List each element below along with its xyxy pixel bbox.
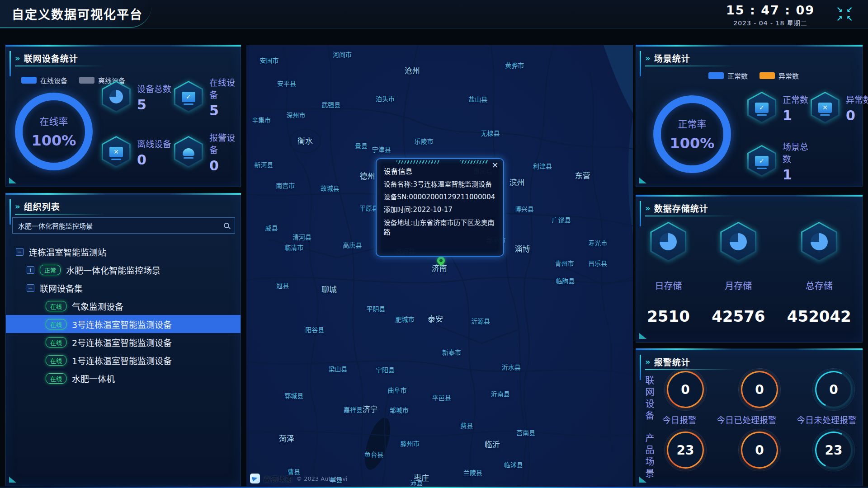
legend-color-chip [708, 72, 724, 79]
alarm-row-scenes: 23 0 23 [662, 432, 857, 469]
title-underline [645, 216, 736, 216]
panel-title: » 场景统计 [636, 46, 862, 64]
storage-columns: 日存储 2510 月存储 42576 总存储 452042 [636, 222, 862, 325]
tree-expander-icon[interactable]: + [27, 266, 34, 274]
tree-row[interactable]: 在线 3号连栋温室智能监测设备 [6, 315, 241, 333]
chevrons-icon: » [645, 357, 651, 366]
org-tree: − 连栋温室智能监测站 + 正常 水肥一体化智能监控场景 − 联网设备集 在线 … [6, 243, 241, 387]
legend-color-chip [79, 77, 94, 84]
org-search-box [12, 217, 235, 234]
alarm-value: 0 [681, 382, 689, 397]
top-header: 自定义数据可视化平台 系统总览 数据监控 官网 [0, 0, 868, 29]
stat-glyph-icon [818, 103, 832, 113]
alarm-column-label: 今日未处理报警 [797, 413, 857, 426]
status-badge: 在线 [46, 355, 66, 366]
stat-glyph-icon [755, 103, 769, 113]
clock-date: 2023 - 04 - 18 星期二 [726, 18, 815, 27]
search-icon[interactable] [224, 223, 229, 228]
stat-hexagon-icon [102, 136, 131, 168]
stat-item: 设备总数 5 [102, 69, 174, 124]
fullscreen-toggle-icon[interactable]: ↘↙↗↖ [835, 5, 854, 23]
stat-hexagon-icon [811, 92, 840, 123]
gauge-value: 100% [670, 135, 715, 152]
legend-item: 在线设备 [21, 75, 67, 85]
tree-row[interactable]: 在线 水肥一体机 [6, 369, 241, 387]
alarm-row-label-scenes: 产品场景 [645, 433, 656, 480]
app-logo: 自定义数据可视化平台 [0, 0, 151, 28]
alarm-gauge: 0 [667, 371, 704, 408]
nav-tab-label: 数据监控 [169, 8, 203, 20]
alarm-value: 0 [829, 382, 838, 397]
stat-label: 离线设备 [137, 137, 171, 150]
alarm-value: 23 [677, 443, 694, 458]
device-stat-grid: 设备总数 5 在线设备 5 离线设备 0 [102, 69, 242, 179]
tree-item-label: 3号连栋温室智能监测设备 [72, 318, 172, 330]
amap-brand: 高德地图 [264, 474, 292, 483]
clock-time: 15 : 47 : 09 [726, 3, 815, 17]
storage-label: 月存储 [725, 279, 752, 292]
main-nav: 系统总览 数据监控 官网 体验平台 [160, 4, 189, 24]
title-underline [15, 214, 105, 215]
fullscreen-arrow-glyph: ↙ [844, 5, 854, 14]
tree-item-label: 水肥一体化智能监控场景 [66, 264, 160, 276]
alarm-stats-panel: » 报警统计 联网设备 产品场景 0 0 0 今日报警今日已处理报警今日未处理报… [636, 349, 863, 486]
tree-item-label: 联网设备集 [40, 282, 83, 294]
panel-title: » 组织列表 [6, 194, 241, 212]
stat-hexagon-icon [174, 136, 203, 168]
stat-glyph-icon [755, 156, 769, 166]
chevrons-icon: » [645, 203, 651, 213]
tree-row[interactable]: + 正常 水肥一体化智能监控场景 [6, 261, 241, 279]
gauge-label: 正常率 [678, 117, 707, 130]
title-underline [15, 66, 105, 66]
storage-column: 日存储 2510 [647, 222, 690, 325]
legend-label: 正常数 [727, 71, 748, 80]
tree-row[interactable]: 在线 1号连栋温室智能监测设备 [6, 351, 241, 369]
stat-item: 报警设备 0 [174, 124, 242, 179]
tree-item-label: 2号连栋温室智能监测设备 [72, 336, 172, 348]
stat-glyph-icon [109, 90, 123, 103]
tree-row[interactable]: 在线 2号连栋温室智能监测设备 [6, 333, 241, 351]
clock: 15 : 47 : 09 2023 - 04 - 18 星期二 [726, 3, 815, 27]
stat-hexagon-icon [801, 222, 837, 262]
scene-stat-grid: 正常数 1 异常数 0 场景总数 1 [747, 81, 868, 188]
chevrons-icon: » [15, 202, 20, 211]
tree-row[interactable]: 在线 气象监测设备 [6, 297, 241, 315]
popup-title: 设备信息 [384, 165, 496, 176]
storage-column: 总存储 452042 [787, 222, 851, 325]
online-rate-gauge: 在线率 100% [15, 93, 93, 170]
stat-value: 1 [783, 168, 811, 182]
nav-tab-label: 官网 [185, 8, 202, 20]
stat-item: 场景总数 1 [747, 134, 811, 188]
stat-value: 0 [209, 159, 242, 173]
stat-value: 5 [137, 98, 171, 112]
legend-color-chip [21, 77, 37, 84]
alarm-column-labels: 今日报警今日已处理报警今日未处理报警 [662, 413, 857, 426]
legend-color-chip [760, 72, 775, 79]
map-canvas[interactable]: 安国市河间市黄骅市沧州安平县泊头市盐山县武强县深州市辛集市衡水景县乐陵市无棣县宁… [246, 45, 633, 486]
status-badge: 正常 [40, 265, 61, 275]
stat-value: 1 [783, 109, 808, 122]
storage-label: 日存储 [655, 279, 682, 292]
tree-row[interactable]: − 连栋温室智能监测站 [6, 243, 241, 261]
alarm-gauge: 0 [741, 371, 778, 408]
status-badge: 在线 [46, 373, 66, 384]
stat-hexagon-icon [102, 81, 131, 113]
tree-expander-icon[interactable]: − [27, 284, 34, 292]
tree-row[interactable]: − 联网设备集 [6, 279, 241, 297]
status-badge: 在线 [46, 319, 66, 329]
popup-line: 添加时间:2022-10-17 [384, 205, 496, 215]
nav-tab-icon [176, 10, 182, 18]
tree-expander-icon[interactable]: − [16, 248, 24, 256]
gauge-value: 100% [32, 132, 76, 149]
stat-glyph-icon [109, 147, 123, 157]
fullscreen-arrow-glyph: ↘ [835, 5, 844, 14]
scene-stats-panel: » 场景统计 正常数 异常数 正常率 100% 正常数 1 [636, 45, 863, 187]
org-search-input[interactable] [18, 221, 224, 230]
alarm-row-label-devices: 联网设备 [645, 375, 656, 422]
popup-close-button[interactable]: × [491, 161, 498, 169]
stat-value: 0 [846, 109, 868, 122]
stat-glyph-icon [182, 92, 195, 102]
device-info-popup: × 设备信息 设备名称:3号连栋温室智能监测设备设备SN:00002000129… [376, 158, 504, 257]
alarm-gauge: 23 [815, 432, 852, 469]
nav-tab-icon [187, 10, 194, 18]
